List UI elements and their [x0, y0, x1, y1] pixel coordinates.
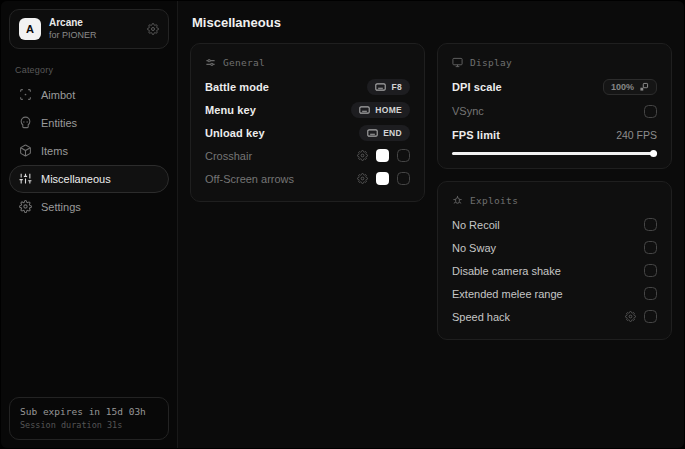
setting-row-crosshair: Crosshair [205, 144, 410, 167]
card-title: Display [470, 57, 512, 68]
setting-row-offscreen-arrows: Off-Screen arrows [205, 167, 410, 190]
setting-row-disable-camera-shake: Disable camera shake [452, 259, 657, 282]
keybind-button-battle-mode[interactable]: F8 [367, 79, 410, 95]
sidebar-item-label: Entities [41, 117, 77, 129]
setting-label: Speed hack [452, 311, 510, 323]
dpi-scale-value: 100% [611, 82, 634, 92]
keybind-value: F8 [391, 82, 402, 92]
app-name: Arcane [49, 17, 139, 30]
setting-label: VSync [452, 105, 484, 117]
fps-limit-value: 240 FPS [616, 129, 657, 141]
general-card: General Battle mode F8 Menu key H [190, 43, 425, 202]
gear-icon[interactable] [357, 150, 368, 161]
setting-label: Unload key [205, 127, 265, 139]
disable-camera-shake-checkbox[interactable] [644, 264, 657, 277]
extended-melee-range-checkbox[interactable] [644, 287, 657, 300]
setting-row-unload-key: Unload key END [205, 121, 410, 144]
color-swatch[interactable] [376, 172, 389, 185]
gear-icon[interactable] [357, 173, 368, 184]
keybind-button-menu-key[interactable]: HOME [351, 102, 410, 118]
gear-icon[interactable] [147, 23, 159, 35]
keyboard-icon [375, 83, 386, 91]
setting-row-menu-key: Menu key HOME [205, 98, 410, 121]
app-window: A Arcane for PIONER Category Aimbot [1, 1, 684, 448]
sidebar-item-label: Miscellaneous [41, 173, 111, 185]
setting-row-vsync: VSync [452, 99, 657, 123]
keybind-value: HOME [375, 105, 402, 115]
setting-row-fps-limit: FPS limit 240 FPS [452, 123, 657, 147]
vsync-checkbox[interactable] [644, 105, 657, 118]
subscription-info: Sub expires in 15d 03h Session duration … [9, 397, 169, 440]
fps-limit-slider[interactable] [452, 150, 657, 157]
keybind-value: END [383, 128, 402, 138]
box-icon [19, 144, 32, 157]
sidebar-item-aimbot[interactable]: Aimbot [9, 81, 169, 109]
dpi-scale-button[interactable]: 100% [603, 79, 657, 95]
sidebar-item-label: Settings [41, 201, 81, 213]
no-recoil-checkbox[interactable] [644, 218, 657, 231]
logo-letter: A [26, 23, 34, 35]
setting-label: Disable camera shake [452, 265, 561, 277]
main-content: Miscellaneous General Battle mode [177, 1, 684, 448]
display-card: Display DPI scale 100% VSync [437, 43, 672, 169]
skull-icon [19, 116, 32, 129]
setting-row-dpi-scale: DPI scale 100% [452, 75, 657, 99]
gear-icon [19, 200, 32, 213]
setting-label: Extended melee range [452, 288, 563, 300]
app-subtitle: for PIONER [49, 30, 139, 41]
setting-label: FPS limit [452, 129, 500, 141]
sidebar-item-items[interactable]: Items [9, 137, 169, 165]
brand-card: A Arcane for PIONER [9, 9, 169, 49]
keyboard-icon [367, 129, 378, 137]
offscreen-arrows-checkbox[interactable] [397, 172, 410, 185]
scan-crosshair-icon [19, 88, 32, 101]
app-logo: A [19, 18, 41, 40]
sidebar-item-label: Aimbot [41, 89, 75, 101]
setting-label: Crosshair [205, 150, 252, 162]
crosshair-checkbox[interactable] [397, 149, 410, 162]
gear-icon[interactable] [625, 311, 636, 322]
sidebar: A Arcane for PIONER Category Aimbot [1, 1, 177, 448]
slider-fill [452, 152, 657, 155]
page-title: Miscellaneous [192, 15, 672, 30]
speed-hack-checkbox[interactable] [644, 310, 657, 323]
setting-label: No Sway [452, 242, 496, 254]
no-sway-checkbox[interactable] [644, 241, 657, 254]
sliders-icon [19, 172, 32, 185]
monitor-icon [452, 57, 463, 68]
tune-icon [205, 57, 216, 68]
setting-row-battle-mode: Battle mode F8 [205, 75, 410, 98]
color-swatch[interactable] [376, 149, 389, 162]
exploits-card: Exploits No Recoil No Sway Disable camer… [437, 181, 672, 340]
slider-knob[interactable] [650, 150, 657, 157]
setting-row-no-recoil: No Recoil [452, 213, 657, 236]
sidebar-item-miscellaneous[interactable]: Miscellaneous [9, 165, 169, 193]
card-title: Exploits [470, 195, 518, 206]
setting-label: Battle mode [205, 81, 269, 93]
sidebar-item-settings[interactable]: Settings [9, 193, 169, 221]
session-duration-text: Session duration 31s [20, 420, 158, 430]
setting-row-speed-hack: Speed hack [452, 305, 657, 328]
sidebar-nav: Aimbot Entities Items Miscellaneous [9, 81, 169, 221]
bug-icon [452, 195, 463, 206]
card-title: General [223, 57, 265, 68]
keyboard-icon [359, 106, 370, 114]
setting-row-extended-melee-range: Extended melee range [452, 282, 657, 305]
keybind-button-unload-key[interactable]: END [359, 125, 410, 141]
sidebar-item-entities[interactable]: Entities [9, 109, 169, 137]
setting-label: DPI scale [452, 81, 502, 93]
setting-label: No Recoil [452, 219, 500, 231]
sub-expiry-text: Sub expires in 15d 03h [20, 406, 158, 417]
sidebar-item-label: Items [41, 145, 68, 157]
category-label: Category [15, 65, 163, 75]
setting-label: Menu key [205, 104, 256, 116]
setting-label: Off-Screen arrows [205, 173, 294, 185]
setting-row-no-sway: No Sway [452, 236, 657, 259]
resize-icon [639, 82, 649, 92]
